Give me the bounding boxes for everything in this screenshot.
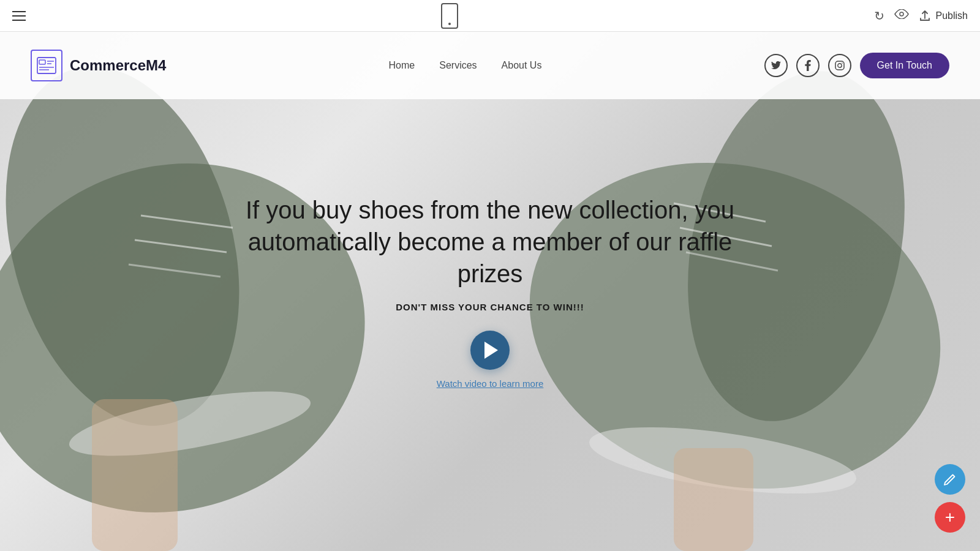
logo-icon [31,50,62,81]
toolbar-left [12,11,26,21]
get-in-touch-button[interactable]: Get In Touch [860,53,949,78]
publish-label: Publish [936,10,968,21]
hero-subtitle: DON'T MISS YOUR CHANCE TO WIN!!! [245,302,735,312]
twitter-social-button[interactable] [764,54,788,77]
add-fab-button[interactable]: + [935,502,965,533]
site-nav-right: Get In Touch [764,53,949,78]
toolbar-right: ↺ Publish [874,9,968,23]
nav-services[interactable]: Services [439,60,477,71]
preview-eye-icon[interactable] [894,9,909,22]
toolbar-center [441,3,458,29]
svg-rect-21 [835,61,844,70]
watch-video-link[interactable]: Watch video to learn more [437,378,544,389]
site-logo-text: CommerceM4 [70,57,166,74]
svg-point-0 [900,12,903,16]
hero-content: If you buy shoes from the new collection… [245,194,735,389]
svg-rect-14 [674,448,753,551]
publish-button[interactable]: Publish [919,10,968,22]
hero-section: CommerceM4 Home Services About Us [0,32,980,551]
svg-point-23 [842,62,843,64]
play-video-button[interactable] [470,331,510,370]
svg-rect-13 [92,399,178,551]
site-navbar: CommerceM4 Home Services About Us [0,32,980,99]
hamburger-menu-icon[interactable] [12,11,26,21]
play-icon [484,342,498,359]
svg-rect-16 [39,60,45,64]
website-preview-area: CommerceM4 Home Services About Us [0,32,980,551]
svg-point-22 [837,64,841,67]
hero-title: If you buy shoes from the new collection… [245,194,735,290]
edit-fab-button[interactable] [935,464,965,495]
nav-home[interactable]: Home [389,60,415,71]
instagram-social-button[interactable] [828,54,851,77]
site-nav-links: Home Services About Us [389,60,542,71]
undo-icon[interactable]: ↺ [874,9,884,23]
fab-container: + [935,464,965,533]
site-logo: CommerceM4 [31,50,166,81]
video-play-section: Watch video to learn more [245,331,735,389]
mobile-preview-button[interactable] [441,3,458,29]
top-toolbar: ↺ Publish [0,0,980,32]
facebook-social-button[interactable] [796,54,820,77]
nav-about[interactable]: About Us [502,60,542,71]
